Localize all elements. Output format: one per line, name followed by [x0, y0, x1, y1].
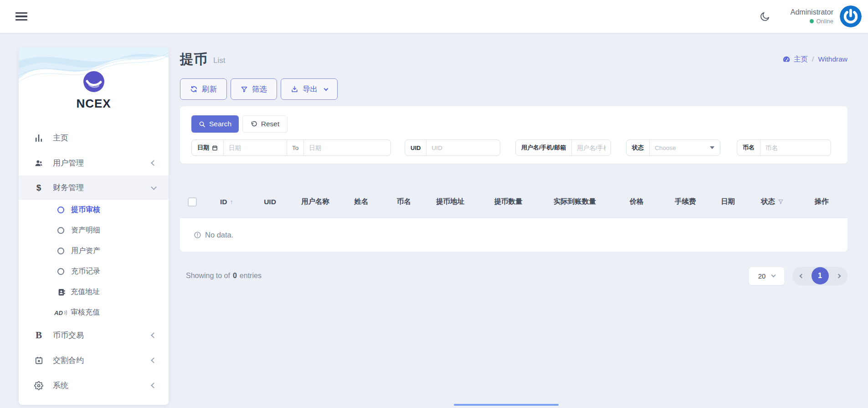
main-content: 提币 List 主页 / Withdraw — [180, 33, 847, 285]
download-icon — [291, 85, 298, 93]
uid-filter-label: UID — [405, 140, 426, 155]
sidebar-subitem-review-deposit[interactable]: AD 审核充值 — [19, 302, 169, 323]
horizontal-scrollbar-thumb[interactable] — [454, 404, 559, 406]
page-title: 提币 — [180, 50, 207, 69]
calendar-times-icon — [33, 356, 45, 365]
chevron-left-icon — [151, 332, 157, 338]
sidebar-item-home[interactable]: 主页 — [19, 125, 169, 150]
empty-text: No data. — [205, 231, 233, 239]
breadcrumb-home-label: 主页 — [794, 55, 808, 64]
chevron-down-icon — [151, 184, 157, 190]
column-header-fee: 手续费 — [664, 197, 707, 207]
audio-description-icon: AD — [54, 309, 68, 316]
column-filter-icon[interactable] — [778, 199, 784, 205]
entries-count: 0 — [233, 272, 237, 280]
hamburger-menu-icon[interactable] — [15, 10, 27, 23]
page-subtitle: List — [213, 56, 225, 65]
page-size-select[interactable]: 20 — [749, 267, 785, 285]
svg-text:AD: AD — [54, 310, 63, 316]
refresh-button[interactable]: 刷新 — [180, 78, 227, 100]
search-button[interactable]: Search — [191, 115, 239, 133]
table-header: ID↑ UID 用户名称 姓名 币名 提币地址 提币数量 实际到账数量 价格 手… — [180, 186, 847, 217]
filter-panel: Search Reset 日期 — [180, 106, 847, 164]
moon-icon — [760, 11, 770, 22]
uid-filter: UID — [405, 139, 500, 156]
select-all-checkbox[interactable] — [188, 197, 197, 207]
brand-name: NCEX — [19, 97, 169, 111]
sidebar-item-finance-management[interactable]: $ 财务管理 — [19, 176, 169, 200]
filter-button[interactable]: 筛选 — [231, 78, 277, 100]
brand-logo — [83, 71, 104, 92]
search-icon — [199, 121, 205, 128]
date-to-separator: To — [287, 140, 304, 155]
username-filter-label: 用户名/手机/邮箱 — [516, 140, 572, 155]
sidebar: NCEX 主页 用户管理 $ 财 — [19, 47, 169, 405]
column-header-actions: 操作 — [796, 197, 847, 207]
column-header-uid: UID — [248, 198, 292, 206]
column-header-amount: 提币数量 — [476, 197, 540, 207]
user-menu[interactable]: Administrator Online — [791, 8, 833, 25]
export-button[interactable]: 导出 — [281, 78, 338, 100]
date-to-input[interactable] — [304, 145, 390, 151]
circle-icon — [57, 248, 64, 254]
coin-input[interactable] — [760, 145, 831, 151]
sidebar-subitem-asset-detail[interactable]: 资产明细 — [19, 220, 169, 241]
pagination: 1 — [792, 267, 847, 285]
current-page-button[interactable]: 1 — [812, 267, 829, 284]
column-header-id[interactable]: ID↑ — [205, 198, 248, 206]
column-header-actual-amount: 实际到账数量 — [540, 197, 609, 207]
users-icon — [33, 159, 45, 168]
date-from-input[interactable] — [224, 145, 287, 151]
sidebar-item-label: 系统 — [53, 380, 68, 391]
sidebar-item-delivery-contract[interactable]: 交割合约 — [19, 348, 169, 373]
sidebar-subitem-label: 充值地址 — [71, 287, 100, 297]
username-filter: 用户名/手机/邮箱 — [515, 139, 611, 156]
circle-icon — [57, 227, 64, 234]
breadcrumb-current: Withdraw — [818, 55, 847, 63]
prev-page-button[interactable] — [798, 273, 805, 279]
breadcrumb-home-link[interactable]: 主页 — [782, 55, 808, 64]
dark-mode-toggle[interactable] — [756, 7, 774, 26]
table-empty-row: No data. — [180, 217, 847, 252]
address-book-icon — [56, 288, 67, 296]
funnel-icon — [241, 86, 248, 93]
sidebar-subitem-withdraw-review[interactable]: 提币审核 — [19, 200, 169, 220]
sidebar-item-user-management[interactable]: 用户管理 — [19, 150, 169, 176]
date-range-filter: 日期 To — [191, 139, 391, 156]
sidebar-subitem-label: 用户资产 — [71, 246, 100, 256]
column-header-coin: 币名 — [384, 197, 424, 207]
status-filter-label: 状态 — [627, 140, 650, 155]
chevron-down-icon — [324, 86, 329, 91]
sidebar-subitem-user-assets[interactable]: 用户资产 — [19, 241, 169, 261]
entries-summary: Showing to of 0 entries — [180, 272, 262, 280]
select-arrow-icon — [710, 146, 714, 149]
chart-bar-icon — [33, 134, 45, 143]
sidebar-item-system[interactable]: 系统 — [19, 373, 169, 398]
sort-asc-icon: ↑ — [230, 198, 234, 206]
online-status-dot — [810, 19, 814, 23]
breadcrumb-separator: / — [812, 55, 814, 63]
sidebar-subitem-deposit-records[interactable]: 充币记录 — [19, 261, 169, 282]
uid-input[interactable] — [426, 145, 500, 151]
dollar-icon: $ — [33, 183, 45, 192]
chevron-left-icon — [151, 160, 157, 166]
refresh-icon — [190, 85, 198, 93]
sidebar-item-coin-trade[interactable]: B 币币交易 — [19, 323, 169, 348]
username-input[interactable] — [572, 145, 611, 151]
reset-button[interactable]: Reset — [242, 115, 288, 133]
reset-icon — [251, 121, 257, 128]
topbar: Administrator Online — [0, 0, 868, 33]
page-size-value: 20 — [758, 272, 766, 280]
chevron-left-icon — [151, 357, 157, 363]
column-header-price: 价格 — [609, 197, 664, 207]
column-header-status: 状态 — [749, 197, 796, 207]
column-header-realname: 姓名 — [339, 197, 384, 207]
avatar[interactable] — [840, 5, 862, 27]
user-name: Administrator — [791, 8, 833, 16]
sidebar-subitem-deposit-address[interactable]: 充值地址 — [19, 282, 169, 302]
sidebar-item-label: 交割合约 — [53, 355, 84, 366]
status-filter-select[interactable]: 状态 Choose — [626, 139, 720, 156]
next-page-button[interactable] — [835, 273, 842, 279]
bitcoin-icon: B — [33, 331, 45, 340]
search-label: Search — [209, 120, 231, 128]
